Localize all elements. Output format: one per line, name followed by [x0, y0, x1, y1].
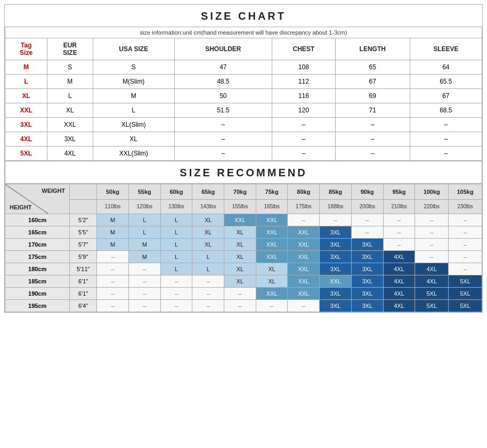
- size-cell: 3XL: [351, 263, 383, 275]
- height-ft-cell: 6'1": [70, 288, 97, 300]
- size-cell: XL: [224, 263, 256, 275]
- usa-size-header: USA SIZE: [93, 38, 174, 60]
- weight-kg-header: 70kg: [224, 184, 256, 200]
- sleeve-cell: –: [410, 132, 482, 146]
- lbs-row: 110lbs120lbs130lbs143lbs155lbs165lbs175l…: [5, 199, 482, 214]
- size-cell: L: [192, 263, 224, 275]
- size-cell: 3XL: [351, 251, 383, 263]
- recommend-title: SIZE RECOMMEND: [5, 161, 482, 184]
- size-cell: –: [160, 275, 192, 288]
- sleeve-cell: 68.5: [410, 103, 482, 118]
- shoulder-cell: 47: [174, 60, 272, 75]
- recommend-row: 195cm6'4"–––––––3XL3XL4XL5XL5XL: [5, 300, 482, 312]
- eur-size-cell: XXL: [47, 118, 93, 132]
- size-cell: –: [192, 288, 224, 300]
- size-chart-table: size information:unit cm(hand measuremen…: [5, 27, 482, 161]
- size-cell: 3XL: [351, 288, 383, 300]
- weight-kg-header: 95kg: [383, 184, 415, 200]
- size-cell: XXL: [256, 288, 288, 300]
- corner-weight-label: WEIGHT: [42, 188, 65, 194]
- length-cell: 71: [335, 103, 410, 118]
- size-cell: –: [128, 288, 160, 300]
- size-cell: M: [97, 239, 129, 251]
- eur-size-cell: M: [47, 75, 93, 89]
- size-cell: 3XL: [351, 300, 383, 312]
- size-cell: –: [449, 226, 482, 239]
- size-cell: XXL: [224, 214, 256, 226]
- size-cell: 3XL: [320, 288, 352, 300]
- tag-size-cell: XXL: [5, 103, 47, 118]
- size-cell: –: [256, 300, 288, 312]
- recommend-row: 180cm5'11"––LLXLXLXXL3XL3XL4XL4XL–: [5, 263, 482, 275]
- size-cell: –: [320, 214, 352, 226]
- weight-lbs-header: 110lbs: [97, 199, 129, 214]
- size-cell: XL: [192, 214, 224, 226]
- tag-size-header: TagSize: [5, 38, 47, 60]
- size-cell: 3XL: [320, 251, 352, 263]
- tag-size-cell: 3XL: [5, 118, 47, 132]
- tag-size-cell: M: [5, 60, 47, 75]
- eur-size-cell: XL: [47, 103, 93, 118]
- size-cell: 4XL: [415, 263, 449, 275]
- size-cell: 3XL: [320, 226, 352, 239]
- sleeve-cell: –: [410, 118, 482, 132]
- tag-size-cell: 5XL: [5, 146, 47, 161]
- size-cell: –: [128, 275, 160, 288]
- length-cell: 69: [335, 89, 410, 103]
- size-cell: 4XL: [383, 275, 415, 288]
- size-cell: L: [192, 251, 224, 263]
- weight-lbs-header: 175lbs: [288, 199, 320, 214]
- size-cell: –: [224, 288, 256, 300]
- ft-placeholder: [70, 199, 97, 214]
- eur-size-cell: 3XL: [47, 132, 93, 146]
- height-ft-cell: 6'1": [70, 275, 97, 288]
- length-cell: 65: [335, 60, 410, 75]
- size-cell: L: [160, 239, 192, 251]
- size-cell: 4XL: [383, 263, 415, 275]
- sleeve-cell: –: [410, 146, 482, 161]
- shoulder-cell: –: [174, 146, 272, 161]
- corner-height-label: HEIGHT: [10, 204, 32, 210]
- height-ft-cell: 5'9": [70, 251, 97, 263]
- size-cell: XXL: [288, 275, 320, 288]
- main-container: SIZE CHART size information:unit cm(hand…: [0, 0, 487, 317]
- size-cell: XXL: [256, 226, 288, 239]
- size-cell: XL: [224, 226, 256, 239]
- weight-kg-header: 105kg: [449, 184, 482, 200]
- weight-lbs-header: 143lbs: [192, 199, 224, 214]
- weight-lbs-header: 165lbs: [256, 199, 288, 214]
- weight-header-row: WEIGHT HEIGHT 50kg55kg60kg65kg70kg75kg80…: [5, 184, 482, 200]
- recommend-row: 160cm5'2"MLLXLXXLXXL––––––: [5, 214, 482, 226]
- length-cell: –: [335, 132, 410, 146]
- size-cell: –: [449, 214, 482, 226]
- size-cell: XXL: [256, 251, 288, 263]
- height-cm-cell: 185cm: [5, 275, 70, 288]
- size-cell: –: [288, 300, 320, 312]
- size-cell: 3XL: [351, 239, 383, 251]
- length-cell: –: [335, 118, 410, 132]
- recommend-row: 165cm5'5"MLLXLXLXXLXXL3XL––––: [5, 226, 482, 239]
- size-cell: 5XL: [449, 300, 482, 312]
- usa-size-cell: M: [93, 89, 174, 103]
- size-cell: XL: [256, 275, 288, 288]
- size-cell: –: [449, 263, 482, 275]
- size-cell: 4XL: [415, 275, 449, 288]
- size-cell: 4XL: [383, 300, 415, 312]
- info-text: size information:unit cm(hand measuremen…: [5, 27, 482, 38]
- chest-cell: 116: [272, 89, 335, 103]
- table-row: LMM(Slim)48.51126765.5: [5, 75, 482, 89]
- size-cell: XL: [192, 239, 224, 251]
- recommend-row: 190cm6'1"–––––XXLXXL3XL3XL4XL5XL5XL: [5, 288, 482, 300]
- size-cell: 3XL: [351, 275, 383, 288]
- weight-lbs-header: 230lbs: [449, 199, 482, 214]
- size-cell: L: [160, 251, 192, 263]
- size-cell: –: [383, 226, 415, 239]
- sleeve-cell: 65.5: [410, 75, 482, 89]
- size-cell: XXL: [320, 275, 352, 288]
- size-cell: XL: [224, 275, 256, 288]
- sleeve-header: SLEEVE: [410, 38, 482, 60]
- size-cell: –: [97, 263, 129, 275]
- weight-lbs-header: 188lbs: [320, 199, 352, 214]
- tag-size-cell: XL: [5, 89, 47, 103]
- usa-size-cell: XL(Slim): [93, 118, 174, 132]
